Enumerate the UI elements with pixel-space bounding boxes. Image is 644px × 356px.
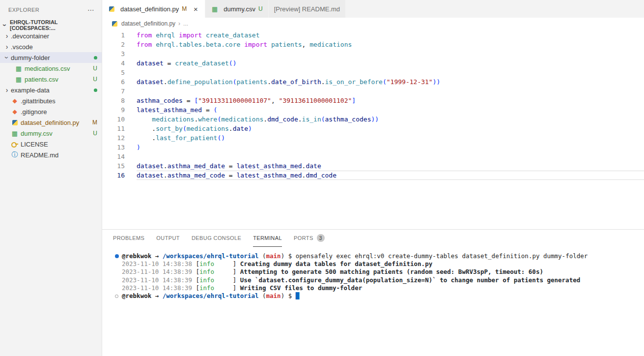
close-icon[interactable]: × [192,5,199,13]
token-var: dataset [137,59,164,67]
token-pun: = [164,59,175,67]
chevron-right-icon: › [3,86,11,94]
terminal-seg-pun: ] [214,284,240,292]
terminal-text: 2023-11-10 14:38:39 [info ] Writing CSV … [122,284,362,292]
terminal-text: 2023-11-10 14:38:38 [info ] Creating dum… [122,260,432,268]
code-line[interactable]: 9latest_asthma_med = ( [102,105,644,115]
command-decoration [115,292,122,300]
token-var: asthma_codes [325,116,371,123]
code-line[interactable]: 16dataset.asthma_med_code = latest_asthm… [102,171,644,180]
tree-item-dummy-folder[interactable]: ›dummy-folder [0,52,102,63]
code-line[interactable]: 10 medications.where(medications.dmd_cod… [102,115,644,124]
line-number: 12 [102,133,125,143]
tree-item-.devcontainer[interactable]: ›.devcontainer [0,30,102,41]
token-fn: medications [152,116,194,123]
terminal-seg-pun: ) [281,292,288,299]
tab-dataset-definition.py[interactable]: dataset_definition.pyM× [102,0,205,18]
code-line[interactable]: 2from ehrql.tables.beta.core import pati… [102,40,644,49]
code-line[interactable]: 3 [102,49,644,59]
breadcrumb: dataset_definition.py › ... [102,18,644,30]
tree-item-dummy.csv[interactable]: dummy.csvU [0,128,102,139]
more-actions-icon[interactable]: ⋯ [87,6,95,14]
code-line[interactable]: 4dataset = create_dataset() [102,59,644,68]
token-pun: . [164,78,168,86]
terminal-seg-dollar: $ [288,252,296,260]
line-content: dataset.asthma_med_date = latest_asthma_… [137,161,644,171]
git-status-badge: M [182,5,187,12]
code-editor[interactable]: 1from ehrql import create_dataset2from e… [102,30,644,229]
terminal[interactable]: @rebkwok → /workspaces/ehrql-tutorial (m… [102,247,644,356]
code-line[interactable]: 11 .sort_by(medications.date) [102,124,644,133]
code-line[interactable]: 6dataset.define_population(patients.date… [102,77,644,87]
terminal-seg-user: @rebkwok [122,292,151,299]
file-label: .gitattributes [21,97,97,105]
code-line[interactable]: 14 [102,152,644,161]
token-fn: create_dataset [175,59,229,67]
line-content: dataset.asthma_med_code = latest_asthma_… [137,171,644,180]
token-var: dataset [137,162,164,170]
breadcrumb-symbol[interactable]: ... [183,20,188,27]
row-decorations: U [93,65,102,72]
line-content: medications.where(medications.dmd_code.i… [137,115,644,124]
tab--preview-readme.md[interactable]: [Preview] README.md [269,0,346,18]
panel-tab-output[interactable]: OUTPUT [156,230,180,247]
python-icon [11,119,19,126]
token-br: ( [321,116,325,123]
line-content: dataset = create_dataset() [137,59,644,68]
panel-tab-problems[interactable]: PROBLEMS [113,230,144,247]
terminal-line: 2023-11-10 14:38:38 [info ] Creating dum… [115,260,640,268]
panel-tab-ports[interactable]: PORTS3 [294,230,325,247]
file-label: .devcontainer [11,32,97,40]
line-number: 6 [102,77,125,87]
token-pun: = [202,106,213,114]
token-var: latest_asthma_med [137,106,202,114]
tree-item-.vscode[interactable]: ›.vscode [0,41,102,52]
code-line[interactable]: 13) [102,143,644,152]
terminal-cursor: █ [296,292,300,299]
terminal-line: 2023-11-10 14:38:39 [info ] Writing CSV … [115,284,640,292]
tree-item-medications.csv[interactable]: medications.csvU [0,63,102,74]
tree-item-example-data[interactable]: ›example-data [0,85,102,95]
git-status-badge: M [92,119,97,126]
git-status-badge: U [93,130,97,137]
code-lines: 1from ehrql import create_dataset2from e… [102,30,644,180]
terminal-seg-time: 2023-11-10 14:38:38 [122,260,196,267]
tree-item-.gitignore[interactable]: .gitignore [0,106,102,117]
terminal-seg-dollar: $ [288,292,296,299]
command-decoration [115,284,122,292]
code-line[interactable]: 12 .last_for_patient() [102,133,644,143]
token-var: dmd_code [306,172,336,179]
code-line[interactable]: 1from ehrql import create_dataset [102,30,644,40]
code-line[interactable]: 7 [102,87,644,96]
code-line[interactable]: 15dataset.asthma_med_date = latest_asthm… [102,161,644,171]
panel-tab-debug-console[interactable]: DEBUG CONSOLE [192,230,241,247]
token-pun: . [321,78,325,86]
tree-item-.gitattributes[interactable]: .gitattributes [0,95,102,106]
line-content [137,87,644,96]
row-decorations: M [92,119,102,126]
tree-item-patients.csv[interactable]: patients.csvU [0,74,102,85]
token-pun: , [271,97,279,104]
token-br: ( [214,106,218,114]
token-br: ( [383,78,387,86]
workspace-root[interactable]: › EHRQL-TUTORIAL [CODESPACES:... [0,20,102,30]
breadcrumb-file[interactable]: dataset_definition.py [121,20,175,27]
python-icon [111,20,118,28]
terminal-seg-msg: Creating dummy data tables for dataset_d… [240,260,432,267]
terminal-seg-msg: Writing CSV files to dummy-folder [240,284,362,292]
row-decorations [94,89,102,92]
code-line[interactable]: 8asthma_codes = ["39113311000001107", "3… [102,96,644,105]
token-br: ] [352,97,356,104]
terminal-seg-time: 2023-11-10 14:38:39 [122,268,196,275]
terminal-seg-pun: ( [258,292,266,299]
token-pun: . [137,125,156,132]
terminal-text: @rebkwok → /workspaces/ehrql-tutorial (m… [122,252,588,260]
terminal-seg-pun: [ [196,268,200,275]
explorer-sidebar: EXPLORER ⋯ › EHRQL-TUTORIAL [CODESPACES:… [0,0,102,356]
tree-item-LICENSE[interactable]: LICENSE [0,139,102,149]
tree-item-README.md[interactable]: README.md [0,149,102,160]
code-line[interactable]: 5 [102,68,644,77]
panel-tab-terminal[interactable]: TERMINAL [253,230,282,247]
tree-item-dataset_definition.py[interactable]: dataset_definition.pyM [0,117,102,128]
tab-dummy.csv[interactable]: dummy.csvU [205,0,268,18]
